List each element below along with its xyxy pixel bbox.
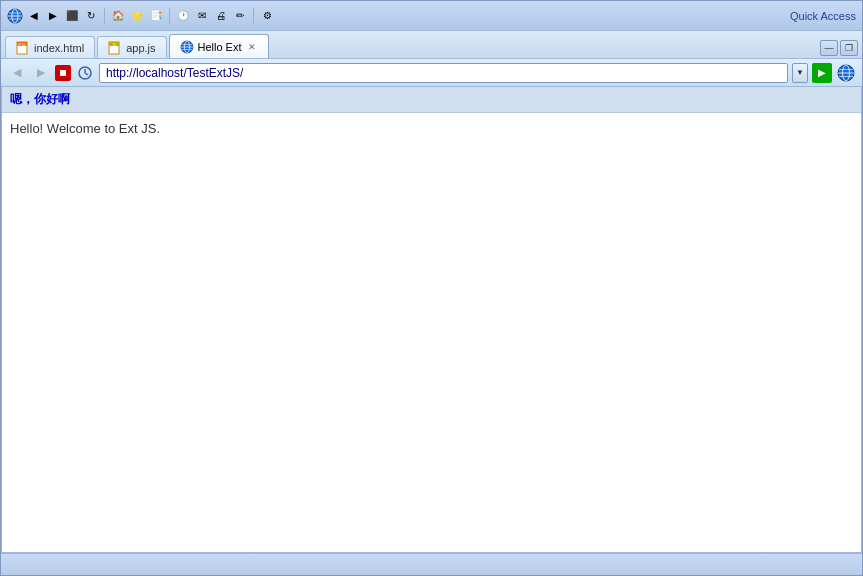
browser-window: ◀ ▶ ⬛ ↻ 🏠 ⭐ 📑 🕐 ✉ 🖨 ✏ ⚙ Quick Access: [0, 0, 863, 576]
back-button[interactable]: ◀: [7, 63, 27, 83]
separator-2: [169, 8, 170, 24]
browser-icon: [836, 63, 856, 83]
svg-text:HTML: HTML: [18, 43, 26, 47]
tools-icon[interactable]: ⚙: [259, 8, 275, 24]
tab-html-label: index.html: [34, 42, 84, 54]
page-banner: 嗯，你好啊: [2, 87, 861, 113]
tab-hello-ext[interactable]: Hello Ext ✕: [169, 34, 269, 58]
html-file-icon: HTML: [16, 41, 30, 55]
svg-text:JS: JS: [112, 43, 116, 47]
address-dropdown[interactable]: ▼: [792, 63, 808, 83]
tab-controls: — ❐: [820, 40, 858, 58]
tab-close-icon[interactable]: ✕: [246, 41, 258, 53]
back-icon[interactable]: ◀: [26, 8, 42, 24]
go-button[interactable]: ▶: [812, 63, 832, 83]
edit-icon[interactable]: ✏: [232, 8, 248, 24]
content-area: 嗯，你好啊 Hello! Welcome to Ext JS.: [1, 87, 862, 553]
quick-access-label[interactable]: Quick Access: [790, 10, 856, 22]
page-content: Hello! Welcome to Ext JS.: [2, 113, 861, 552]
js-file-icon: JS: [108, 41, 122, 55]
globe-tab-icon: [180, 40, 194, 54]
tab-bar: HTML index.html JS app.js: [1, 31, 862, 59]
mail-icon[interactable]: ✉: [194, 8, 210, 24]
status-bar: [1, 553, 862, 575]
tab-index-html[interactable]: HTML index.html: [5, 36, 95, 58]
minimize-button[interactable]: —: [820, 40, 838, 56]
title-bar: ◀ ▶ ⬛ ↻ 🏠 ⭐ 📑 🕐 ✉ 🖨 ✏ ⚙ Quick Access: [1, 1, 862, 31]
separator-3: [253, 8, 254, 24]
separator-1: [104, 8, 105, 24]
forward-icon[interactable]: ▶: [45, 8, 61, 24]
welcome-text: Hello! Welcome to Ext JS.: [10, 121, 160, 136]
stop-icon[interactable]: ⬛: [64, 8, 80, 24]
address-input[interactable]: [99, 63, 788, 83]
home-icon[interactable]: 🏠: [110, 8, 126, 24]
history-icon[interactable]: 🕐: [175, 8, 191, 24]
star-icon[interactable]: ⭐: [129, 8, 145, 24]
print-icon[interactable]: 🖨: [213, 8, 229, 24]
address-bar: ◀ ▶ ▼ ▶: [1, 59, 862, 87]
forward-button[interactable]: ▶: [31, 63, 51, 83]
stop-button[interactable]: [55, 65, 71, 81]
refresh-icon[interactable]: ↻: [83, 8, 99, 24]
tab-js-label: app.js: [126, 42, 155, 54]
bookmark-icon[interactable]: 📑: [148, 8, 164, 24]
svg-line-19: [85, 73, 88, 75]
restore-button[interactable]: ❐: [840, 40, 858, 56]
favorites-button[interactable]: [75, 63, 95, 83]
toolbar-left: ◀ ▶ ⬛ ↻ 🏠 ⭐ 📑 🕐 ✉ 🖨 ✏ ⚙: [7, 8, 275, 24]
tab-browser-label: Hello Ext: [198, 41, 242, 53]
tab-app-js[interactable]: JS app.js: [97, 36, 166, 58]
app-icon: [7, 8, 23, 24]
svg-rect-16: [60, 70, 66, 76]
